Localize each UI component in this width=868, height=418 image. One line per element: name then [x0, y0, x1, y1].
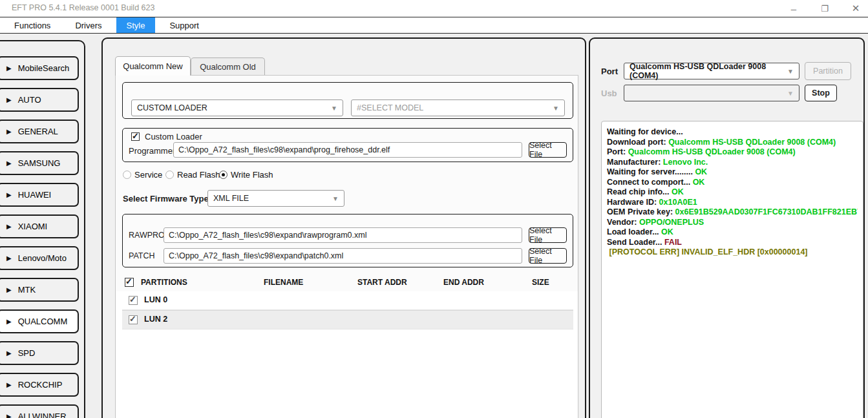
- column-header-partitions: PARTITIONS: [141, 278, 187, 287]
- close-icon[interactable]: ✕: [849, 2, 863, 15]
- model-select-placeholder: #SELECT MODEL: [357, 103, 423, 112]
- log-value: 0x10A0E1: [659, 198, 697, 207]
- radio-read-flash[interactable]: Read Flash: [165, 170, 220, 180]
- menu-item-support[interactable]: Support: [159, 17, 209, 33]
- window-controls: – ❐ ✕: [787, 0, 863, 17]
- loader-select-value: CUSTOM LOADER: [137, 103, 207, 112]
- triangle-right-icon: ▶: [6, 129, 12, 135]
- titlebar: EFT PRO 5.4.1 Release 0001 Build 623 – ❐…: [0, 0, 868, 17]
- log-label: Vendor:: [607, 218, 639, 227]
- chevron-down-icon: ▼: [787, 68, 794, 75]
- log-text: Waiting for device...: [607, 127, 683, 136]
- radio-write-flash[interactable]: Write Flash: [219, 170, 273, 180]
- sidebar-item-huawei[interactable]: ▶HUAWEI: [0, 183, 79, 207]
- menu-item-drivers[interactable]: Drivers: [65, 17, 112, 33]
- sidebar-item-label: MobileSearch: [18, 63, 70, 73]
- usb-select[interactable]: ▼: [624, 85, 799, 101]
- sidebar-item-qualcomm[interactable]: ▶QUALCOMM: [0, 309, 79, 333]
- select-all-checkbox[interactable]: [125, 278, 134, 287]
- log-value: OK: [693, 178, 705, 187]
- log-line: Manufacturer: Lenovo Inc.: [607, 158, 858, 168]
- log-value: Qualcomm HS-USB QDLoader 9008 (COM4): [668, 138, 836, 147]
- programmer-select-file-button[interactable]: Select File: [529, 142, 567, 158]
- log-line: Connect to comport... OK: [607, 178, 858, 188]
- log-line: OEM Private key: 0x6E91B529AAD0307F1FC67…: [607, 207, 858, 218]
- restore-icon[interactable]: ❐: [818, 2, 832, 15]
- radio-label: Read Flash: [177, 170, 220, 180]
- menubar: FunctionsDriversStyleSupport: [0, 17, 868, 34]
- menu-item-style[interactable]: Style: [116, 17, 156, 33]
- port-label: Port: [601, 67, 618, 76]
- triangle-right-icon: ▶: [6, 224, 12, 230]
- log-line: Send Loader... FAIL: [607, 238, 858, 248]
- loader-select[interactable]: CUSTOM LOADER ▼: [131, 99, 343, 116]
- model-select[interactable]: #SELECT MODEL ▼: [351, 99, 565, 116]
- rawprog-path-field[interactable]: C:\Oppo_A72_flash_files\c98\expand\rawpr…: [164, 227, 522, 243]
- radio-service[interactable]: Service: [123, 170, 162, 180]
- port-select-value: Qualcomm HS-USB QDLoader 9008 (COM4): [630, 62, 794, 80]
- row-checkbox[interactable]: [129, 315, 138, 324]
- table-row-lun-0[interactable]: LUN 0: [122, 291, 573, 310]
- partition-button[interactable]: Partition: [805, 62, 851, 80]
- sidebar-item-label: QUALCOMM: [18, 317, 68, 326]
- log-label: Read chip info...: [607, 187, 672, 196]
- port-select[interactable]: Qualcomm HS-USB QDLoader 9008 (COM4) ▼: [624, 63, 799, 79]
- sidebar-item-rockchip[interactable]: ▶ROCKCHIP: [0, 373, 79, 397]
- sidebar-item-mobilesearch[interactable]: ▶MobileSearch: [0, 56, 79, 80]
- column-header-start-addr: START ADDR: [357, 278, 407, 287]
- log-text: [PROTOCOL ERR] INVALID_ELF_HDR [0x000000…: [607, 247, 808, 256]
- log-line: Load loader... OK: [607, 227, 858, 238]
- log-label: Load loader...: [607, 227, 661, 236]
- log-label: OEM Private key:: [607, 207, 675, 216]
- chevron-down-icon: ▼: [553, 105, 559, 112]
- sidebar-item-general[interactable]: ▶GENERAL: [0, 120, 79, 143]
- log-value: OK: [661, 227, 673, 236]
- log-value: OK: [672, 187, 684, 196]
- row-label: LUN 2: [144, 315, 167, 324]
- triangle-right-icon: ▶: [6, 287, 12, 293]
- sidebar-item-auto[interactable]: ▶AUTO: [0, 88, 79, 112]
- rawprog-path-value: C:\Oppo_A72_flash_files\c98\expand\rawpr…: [169, 231, 366, 240]
- firmware-type-select[interactable]: XML FILE ▼: [207, 190, 344, 207]
- radio-label: Service: [134, 170, 162, 180]
- rawprog-select-file-button[interactable]: Select File: [529, 227, 567, 243]
- log-line: Port: Qualcomm HS-USB QDLoader 9008 (COM…: [607, 147, 858, 158]
- tab-qualcomm-old[interactable]: Qualcomm Old: [191, 57, 265, 76]
- sidebar-item-spd[interactable]: ▶SPD: [0, 341, 79, 365]
- custom-loader-checkbox[interactable]: [131, 132, 140, 141]
- sidebar-item-label: Lenovo/Moto: [18, 253, 67, 263]
- row-label: LUN 0: [144, 295, 167, 304]
- patch-select-file-button[interactable]: Select File: [529, 248, 567, 264]
- table-row-lun-2[interactable]: LUN 2: [122, 310, 573, 329]
- log-line: Download port: Qualcomm HS-USB QDLoader …: [607, 138, 858, 148]
- log-output[interactable]: Waiting for device...Download port: Qual…: [601, 121, 863, 418]
- log-label: Send Loader...: [607, 238, 664, 247]
- log-value: Lenovo Inc.: [663, 158, 708, 167]
- row-checkbox[interactable]: [129, 296, 138, 305]
- custom-loader-label: Custom Loader: [145, 132, 202, 141]
- sidebar-item-label: GENERAL: [18, 127, 58, 136]
- log-line: [PROTOCOL ERR] INVALID_ELF_HDR [0x000000…: [607, 247, 858, 258]
- triangle-right-icon: ▶: [6, 65, 12, 72]
- sidebar-item-mtk[interactable]: ▶MTK: [0, 278, 79, 302]
- log-line: Hardware ID: 0x10A0E1: [607, 198, 858, 208]
- sidebar-item-xiaomi[interactable]: ▶XIAOMI: [0, 214, 79, 238]
- patch-path-field[interactable]: C:\Oppo_A72_flash_files\c98\expand\patch…: [164, 248, 522, 264]
- sidebar-item-allwinner[interactable]: ▶ALLWINNER: [0, 404, 79, 418]
- log-value: 0x6E91B529AAD0307F1FC67310DAB1FF821EB7AA: [675, 207, 858, 216]
- app-window: EFT PRO 5.4.1 Release 0001 Build 623 – ❐…: [0, 0, 868, 418]
- programmer-path-field[interactable]: C:\Oppo_A72_flash_files\c98\expand\prog_…: [173, 142, 522, 158]
- menu-item-functions[interactable]: Functions: [4, 17, 61, 33]
- triangle-right-icon: ▶: [6, 413, 12, 418]
- sidebar-item-samsung[interactable]: ▶SAMSUNG: [0, 151, 79, 175]
- main-panel: Qualcomm New Qualcomm Old CUSTOM LOADER …: [101, 37, 586, 418]
- log-line: Vendor: OPPO/ONEPLUS: [607, 218, 858, 228]
- log-line: Waiting for server........ OK: [607, 167, 858, 178]
- sidebar-item-lenovo-moto[interactable]: ▶Lenovo/Moto: [0, 246, 79, 270]
- sidebar-item-label: SAMSUNG: [18, 158, 61, 168]
- sidebar-item-label: SPD: [18, 348, 36, 358]
- minimize-icon[interactable]: –: [787, 2, 801, 15]
- column-header-end-addr: END ADDR: [443, 278, 484, 287]
- stop-button[interactable]: Stop: [805, 85, 837, 101]
- tab-qualcomm-new[interactable]: Qualcomm New: [115, 56, 191, 76]
